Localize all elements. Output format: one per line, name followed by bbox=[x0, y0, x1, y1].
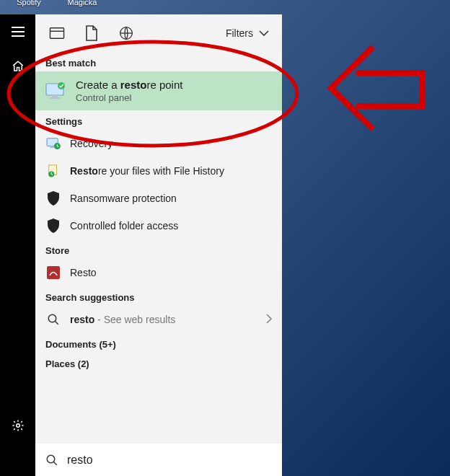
desktop-icon-spotify[interactable]: Spotify bbox=[7, 0, 50, 6]
settings-item-folderaccess[interactable]: Controlled folder access bbox=[35, 212, 282, 239]
hamburger-icon[interactable] bbox=[0, 14, 35, 49]
scope-documents-icon[interactable] bbox=[76, 19, 107, 48]
search-panel: Filters Best match Create a restore poin… bbox=[35, 14, 282, 476]
store-item-resto[interactable]: Resto bbox=[35, 259, 282, 286]
svg-rect-7 bbox=[52, 95, 58, 97]
shield-icon bbox=[45, 218, 61, 234]
svg-rect-11 bbox=[50, 146, 55, 149]
svg-rect-4 bbox=[50, 28, 63, 39]
filehistory-icon bbox=[45, 163, 61, 179]
chevron-down-icon bbox=[259, 30, 269, 36]
settings-item-file-history[interactable]: Restore your files with File History bbox=[35, 157, 282, 185]
search-icon bbox=[45, 454, 58, 467]
filters-label: Filters bbox=[226, 27, 253, 39]
store-app-icon bbox=[45, 265, 61, 281]
chevron-right-icon bbox=[266, 314, 272, 326]
best-match-text: Create a restore point Control panel bbox=[76, 79, 182, 103]
best-match-subtitle: Control panel bbox=[76, 92, 182, 103]
section-places[interactable]: Places (2) bbox=[35, 353, 282, 372]
restore-point-icon bbox=[45, 80, 67, 102]
svg-rect-0 bbox=[12, 27, 25, 28]
search-bar[interactable] bbox=[35, 444, 282, 476]
section-store: Store bbox=[35, 239, 282, 259]
svg-point-17 bbox=[47, 455, 55, 463]
best-match-title: Create a restore point bbox=[76, 79, 182, 91]
settings-item-recovery[interactable]: Recovery bbox=[35, 130, 282, 157]
section-settings: Settings bbox=[35, 110, 282, 130]
home-icon[interactable] bbox=[0, 49, 35, 84]
svg-point-16 bbox=[48, 314, 56, 322]
search-scope-bar: Filters bbox=[35, 14, 282, 52]
gear-icon[interactable] bbox=[0, 408, 35, 443]
filters-button[interactable]: Filters bbox=[219, 23, 276, 43]
svg-rect-8 bbox=[50, 97, 60, 99]
section-documents[interactable]: Documents (5+) bbox=[35, 333, 282, 353]
svg-rect-2 bbox=[12, 35, 25, 37]
recovery-icon bbox=[45, 136, 61, 151]
start-rail bbox=[0, 14, 35, 476]
svg-rect-1 bbox=[12, 31, 25, 32]
best-match-item[interactable]: Create a restore point Control panel bbox=[35, 71, 282, 110]
scope-apps-icon[interactable] bbox=[41, 19, 73, 48]
section-best-match: Best match bbox=[35, 52, 282, 71]
search-input[interactable] bbox=[67, 454, 272, 467]
suggestion-item[interactable]: resto - See web results bbox=[35, 306, 282, 333]
svg-point-3 bbox=[16, 424, 19, 428]
desktop-icon-magicka[interactable]: Magicka bbox=[61, 0, 104, 6]
scope-web-icon[interactable] bbox=[110, 19, 142, 48]
section-suggestions: Search suggestions bbox=[35, 286, 282, 306]
shield-icon bbox=[45, 190, 61, 206]
search-icon bbox=[45, 312, 61, 327]
settings-item-ransomware[interactable]: Ransomware protection bbox=[35, 185, 282, 212]
